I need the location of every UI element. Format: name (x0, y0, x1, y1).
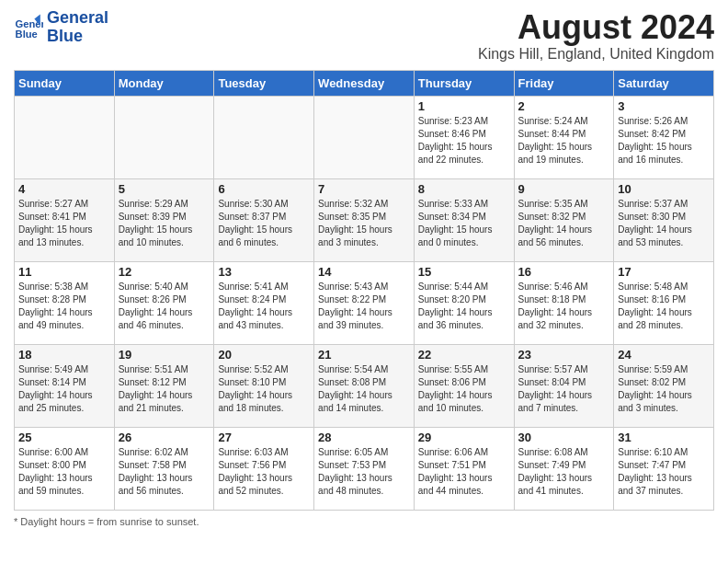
calendar-day (214, 96, 314, 178)
day-number: 14 (318, 265, 410, 279)
calendar-day (114, 96, 214, 178)
calendar-day: 17Sunrise: 5:48 AMSunset: 8:16 PMDayligh… (614, 261, 714, 344)
svg-text:Blue: Blue (16, 29, 38, 40)
day-number: 11 (18, 265, 110, 279)
day-number: 16 (518, 265, 610, 279)
day-info: Sunrise: 6:06 AMSunset: 7:51 PMDaylight:… (418, 446, 510, 498)
day-number: 8 (418, 182, 510, 196)
day-info: Sunrise: 5:29 AMSunset: 8:39 PMDaylight:… (119, 198, 210, 249)
calendar-week-row: 4Sunrise: 5:27 AMSunset: 8:41 PMDaylight… (15, 178, 714, 261)
day-number: 15 (418, 265, 510, 279)
day-number: 20 (218, 348, 310, 362)
day-number: 9 (518, 182, 610, 196)
calendar-week-row: 11Sunrise: 5:38 AMSunset: 8:28 PMDayligh… (15, 261, 714, 344)
day-number: 2 (518, 99, 610, 113)
logo: General Blue General Blue (14, 9, 108, 46)
day-info: Sunrise: 5:55 AMSunset: 8:06 PMDaylight:… (418, 363, 510, 415)
day-number: 27 (218, 431, 310, 444)
day-info: Sunrise: 5:23 AMSunset: 8:46 PMDaylight:… (418, 115, 510, 167)
calendar-day: 13Sunrise: 5:41 AMSunset: 8:24 PMDayligh… (214, 261, 314, 344)
day-number: 22 (418, 348, 510, 362)
day-info: Sunrise: 5:52 AMSunset: 8:10 PMDaylight:… (218, 363, 310, 415)
calendar-day: 25Sunrise: 6:00 AMSunset: 8:00 PMDayligh… (15, 427, 115, 510)
calendar-day: 1Sunrise: 5:23 AMSunset: 8:46 PMDaylight… (414, 96, 514, 178)
day-number: 28 (318, 431, 410, 444)
calendar-day: 24Sunrise: 5:59 AMSunset: 8:02 PMDayligh… (614, 344, 714, 427)
day-info: Sunrise: 5:44 AMSunset: 8:20 PMDaylight:… (418, 281, 510, 332)
calendar-week-row: 1Sunrise: 5:23 AMSunset: 8:46 PMDaylight… (15, 96, 714, 178)
day-number: 4 (18, 182, 110, 196)
calendar-day: 15Sunrise: 5:44 AMSunset: 8:20 PMDayligh… (414, 261, 514, 344)
calendar-header-row: Sunday Monday Tuesday Wednesday Thursday… (15, 70, 714, 96)
col-monday: Monday (114, 70, 214, 96)
col-sunday: Sunday (15, 70, 115, 96)
calendar-day: 26Sunrise: 6:02 AMSunset: 7:58 PMDayligh… (114, 427, 214, 510)
day-number: 24 (618, 348, 710, 362)
logo-general: General Blue (47, 9, 108, 46)
calendar-day: 12Sunrise: 5:40 AMSunset: 8:26 PMDayligh… (114, 261, 214, 344)
calendar-day: 30Sunrise: 6:08 AMSunset: 7:49 PMDayligh… (514, 427, 614, 510)
day-info: Sunrise: 6:08 AMSunset: 7:49 PMDaylight:… (518, 446, 610, 498)
day-info: Sunrise: 5:38 AMSunset: 8:28 PMDaylight:… (18, 281, 110, 332)
col-tuesday: Tuesday (214, 70, 314, 96)
calendar-day: 27Sunrise: 6:03 AMSunset: 7:56 PMDayligh… (214, 427, 314, 510)
day-number: 6 (218, 182, 310, 196)
calendar-day: 4Sunrise: 5:27 AMSunset: 8:41 PMDaylight… (15, 178, 115, 261)
calendar-day: 10Sunrise: 5:37 AMSunset: 8:30 PMDayligh… (614, 178, 714, 261)
day-info: Sunrise: 5:59 AMSunset: 8:02 PMDaylight:… (618, 363, 710, 415)
calendar-day: 3Sunrise: 5:26 AMSunset: 8:42 PMDaylight… (614, 96, 714, 178)
calendar-week-row: 18Sunrise: 5:49 AMSunset: 8:14 PMDayligh… (15, 344, 714, 427)
calendar-day: 29Sunrise: 6:06 AMSunset: 7:51 PMDayligh… (414, 427, 514, 510)
day-info: Sunrise: 5:24 AMSunset: 8:44 PMDaylight:… (518, 115, 610, 167)
location-title: Kings Hill, England, United Kingdom (478, 46, 714, 63)
calendar-day: 28Sunrise: 6:05 AMSunset: 7:53 PMDayligh… (314, 427, 415, 510)
day-info: Sunrise: 6:03 AMSunset: 7:56 PMDaylight:… (218, 446, 310, 498)
calendar-day: 19Sunrise: 5:51 AMSunset: 8:12 PMDayligh… (114, 344, 214, 427)
day-info: Sunrise: 5:46 AMSunset: 8:18 PMDaylight:… (518, 281, 610, 332)
calendar-day: 6Sunrise: 5:30 AMSunset: 8:37 PMDaylight… (214, 178, 314, 261)
calendar-day: 16Sunrise: 5:46 AMSunset: 8:18 PMDayligh… (514, 261, 614, 344)
day-info: Sunrise: 5:54 AMSunset: 8:08 PMDaylight:… (318, 363, 410, 415)
calendar-day (314, 96, 415, 178)
day-number: 10 (618, 182, 710, 196)
day-info: Sunrise: 5:48 AMSunset: 8:16 PMDaylight:… (618, 281, 710, 332)
day-number: 5 (119, 182, 210, 196)
day-info: Sunrise: 5:30 AMSunset: 8:37 PMDaylight:… (218, 198, 310, 249)
day-info: Sunrise: 5:43 AMSunset: 8:22 PMDaylight:… (318, 281, 410, 332)
calendar-week-row: 25Sunrise: 6:00 AMSunset: 8:00 PMDayligh… (15, 427, 714, 510)
day-number: 25 (18, 431, 110, 444)
day-info: Sunrise: 5:37 AMSunset: 8:30 PMDaylight:… (618, 198, 710, 249)
calendar-day: 2Sunrise: 5:24 AMSunset: 8:44 PMDaylight… (514, 96, 614, 178)
day-info: Sunrise: 6:05 AMSunset: 7:53 PMDaylight:… (318, 446, 410, 498)
calendar-day: 9Sunrise: 5:35 AMSunset: 8:32 PMDaylight… (514, 178, 614, 261)
day-info: Sunrise: 5:32 AMSunset: 8:35 PMDaylight:… (318, 198, 410, 249)
calendar-day: 5Sunrise: 5:29 AMSunset: 8:39 PMDaylight… (114, 178, 214, 261)
day-info: Sunrise: 5:41 AMSunset: 8:24 PMDaylight:… (218, 281, 310, 332)
month-title: August 2024 (478, 9, 714, 46)
day-number: 19 (119, 348, 210, 362)
calendar-day: 20Sunrise: 5:52 AMSunset: 8:10 PMDayligh… (214, 344, 314, 427)
calendar-day: 22Sunrise: 5:55 AMSunset: 8:06 PMDayligh… (414, 344, 514, 427)
col-friday: Friday (514, 70, 614, 96)
day-number: 7 (318, 182, 410, 196)
col-saturday: Saturday (614, 70, 714, 96)
calendar-day: 31Sunrise: 6:10 AMSunset: 7:47 PMDayligh… (614, 427, 714, 510)
day-number: 13 (218, 265, 310, 279)
day-number: 1 (418, 99, 510, 113)
calendar-day: 18Sunrise: 5:49 AMSunset: 8:14 PMDayligh… (15, 344, 115, 427)
day-number: 21 (318, 348, 410, 362)
calendar-day: 14Sunrise: 5:43 AMSunset: 8:22 PMDayligh… (314, 261, 415, 344)
header: General Blue General Blue August 2024 Ki… (14, 9, 714, 63)
day-number: 31 (618, 431, 710, 444)
day-number: 17 (618, 265, 710, 279)
day-info: Sunrise: 6:10 AMSunset: 7:47 PMDaylight:… (618, 446, 710, 498)
logo-icon: General Blue (14, 13, 43, 42)
calendar-day: 21Sunrise: 5:54 AMSunset: 8:08 PMDayligh… (314, 344, 415, 427)
day-number: 30 (518, 431, 610, 444)
footer-note: * Daylight hours = from sunrise to sunse… (14, 516, 714, 527)
calendar-day (15, 96, 115, 178)
day-number: 29 (418, 431, 510, 444)
col-wednesday: Wednesday (314, 70, 415, 96)
day-info: Sunrise: 6:00 AMSunset: 8:00 PMDaylight:… (18, 446, 110, 498)
day-info: Sunrise: 5:49 AMSunset: 8:14 PMDaylight:… (18, 363, 110, 415)
